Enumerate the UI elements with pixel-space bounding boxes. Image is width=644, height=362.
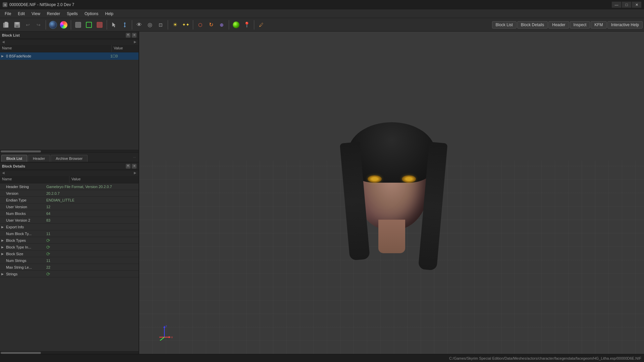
block-row-arrow: ▶ [1,54,6,58]
menu-view[interactable]: View [28,10,44,17]
block-row-value: 1☐0 [110,54,137,58]
render-mode-button[interactable] [59,20,69,30]
maximize-button[interactable]: □ [622,2,631,8]
green-ball-icon [233,21,239,28]
close-button[interactable]: ✕ [632,2,641,8]
menu-file[interactable]: File [1,10,14,17]
block-list-tab-top[interactable]: Block List [492,21,517,29]
solid-view-button[interactable] [73,20,83,30]
kfm-tab-top[interactable]: KFM [591,21,606,29]
detail-block-type-in-arrow: ▶ [1,245,6,249]
viewport[interactable]: Z X [139,32,644,354]
detail-row-block-types[interactable]: ▶ Block Types ⟳ [0,237,139,244]
block-details-column-header: Name Value [0,176,139,183]
inspect-tab-top[interactable]: Inspect [570,21,590,29]
detail-export-info-label: Export Info [6,225,46,229]
pin-button[interactable]: 📍 [242,20,252,30]
detail-num-blocks-label: Num Blocks [6,212,46,216]
menu-spells[interactable]: Spells [63,10,81,17]
block-list-content: ▶ 0 BSFadeNode 1☐0 [0,52,139,150]
app-icon: ◈ [3,2,7,7]
green-ball-button[interactable] [231,20,241,30]
tab-header[interactable]: Header [28,155,50,162]
detail-row-version[interactable]: Version 20.2.0.7 [0,190,139,197]
block-details-panel: Block Details ⇱ ✕ ◀ ▶ Name Value Header … [0,163,139,354]
character-container [139,32,644,354]
panel-float-icon[interactable]: ⇱ [126,33,130,38]
block-list-horiz-scrollbar[interactable] [0,150,139,152]
detail-row-max-string-le[interactable]: Max String Le... 22 [0,264,139,271]
statusbar: C:/Games/Skyrim Special Edition/Data/Mes… [0,354,644,362]
detail-row-user-version[interactable]: User Version 12 [0,203,139,210]
menu-help[interactable]: Help [102,10,117,17]
header-tab-top[interactable]: Header [548,21,569,29]
select-tool-button[interactable] [109,20,119,30]
sun-small-icon: ✦✦ [182,22,190,27]
interactive-help-tab-top[interactable]: Interactive Help [607,21,643,29]
sun-small-button[interactable]: ✦✦ [181,20,191,30]
bd-panel-close-icon[interactable]: ✕ [132,164,137,169]
menubar: File Edit View Render Spells Options Hel… [0,9,644,18]
redo-button[interactable]: ↪ [34,20,44,30]
scale-button[interactable]: ⊕ [217,20,227,30]
lock-button[interactable]: ⊡ [156,20,166,30]
sun-button[interactable]: ☀ [170,20,180,30]
rotate-button[interactable]: ↻ [206,20,216,30]
open-button[interactable] [1,20,11,30]
detail-endian-label: Endian Type [6,198,46,202]
detail-row-header-string[interactable]: Header String Gamebryo File Format, Vers… [0,183,139,190]
detail-row-strings[interactable]: ▶ Strings ⟳ [0,271,139,277]
detail-row-num-block-types[interactable]: Num Block Ty... 11 [0,230,139,237]
svg-rect-1 [7,22,8,23]
detail-block-type-in-label: Block Type In... [6,245,46,249]
detail-row-num-strings[interactable]: Num Strings 11 [0,257,139,264]
detail-user-version-value: 12 [46,205,137,209]
wireframe-button[interactable] [84,20,94,30]
detail-block-types-arrow: ▶ [1,239,6,242]
render-sphere-button[interactable] [48,20,58,30]
render-magic-icon [60,21,67,29]
detail-row-user-version-2[interactable]: User Version 2 83 [0,217,139,224]
block-details-tab-top[interactable]: Block Details [517,21,548,29]
face-neck [378,220,405,253]
move-tool-button[interactable] [120,20,130,30]
detail-strings-label: Strings [6,272,46,276]
detail-row-export-info[interactable]: ▶ Export Info [0,224,139,230]
bd-value-column-label: Value [69,176,139,183]
target-icon: ◎ [148,21,152,28]
scroll-left-icon[interactable]: ◀ [1,39,6,45]
scroll-right-icon[interactable]: ▶ [132,39,138,45]
block-list-title: Block List [2,33,20,37]
tab-block-list[interactable]: Block List [1,155,27,162]
toolbar-sep-7 [229,20,229,30]
menu-render[interactable]: Render [44,10,63,17]
bd-panel-float-icon[interactable]: ⇱ [126,164,130,169]
block-details-content: Header String Gamebryo File Format, Vers… [0,183,139,351]
transform-button[interactable]: ⬡ [195,20,205,30]
detail-row-endian[interactable]: Endian Type ENDIAN_LITTLE [0,197,139,203]
target-button[interactable]: ◎ [145,20,155,30]
detail-row-num-blocks[interactable]: Num Blocks 64 [0,210,139,217]
block-list-scroll-top: ◀ ▶ [0,39,139,45]
menu-options[interactable]: Options [81,10,102,17]
mixed-view-button[interactable] [95,20,105,30]
save-button[interactable] [12,20,22,30]
block-details-header: Block Details ⇱ ✕ [0,163,139,170]
block-list-header: Block List ⇱ ✕ [0,32,139,39]
paint-button[interactable]: 🖊 [256,20,266,30]
undo-button[interactable]: ↩ [23,20,33,30]
svg-rect-6 [86,22,92,28]
eye-button[interactable]: 👁 [134,20,144,30]
panel-close-icon[interactable]: ✕ [132,33,137,38]
bd-scroll-right-icon[interactable]: ▶ [132,170,138,176]
menu-edit[interactable]: Edit [14,10,28,17]
bd-scroll-left-icon[interactable]: ◀ [1,170,6,176]
detail-row-block-type-in[interactable]: ▶ Block Type In... ⟳ [0,244,139,251]
minimize-button[interactable]: — [612,2,621,8]
statusbar-text: C:/Games/Skyrim Special Edition/Data/Mes… [449,356,641,360]
detail-block-size-arrow: ▶ [1,252,6,256]
block-row[interactable]: ▶ 0 BSFadeNode 1☐0 [0,52,139,60]
tab-archive-browser[interactable]: Archive Browser [51,155,88,162]
block-details-horiz-scrollbar[interactable] [0,351,139,354]
detail-row-block-size[interactable]: ▶ Block Size ⟳ [0,251,139,257]
